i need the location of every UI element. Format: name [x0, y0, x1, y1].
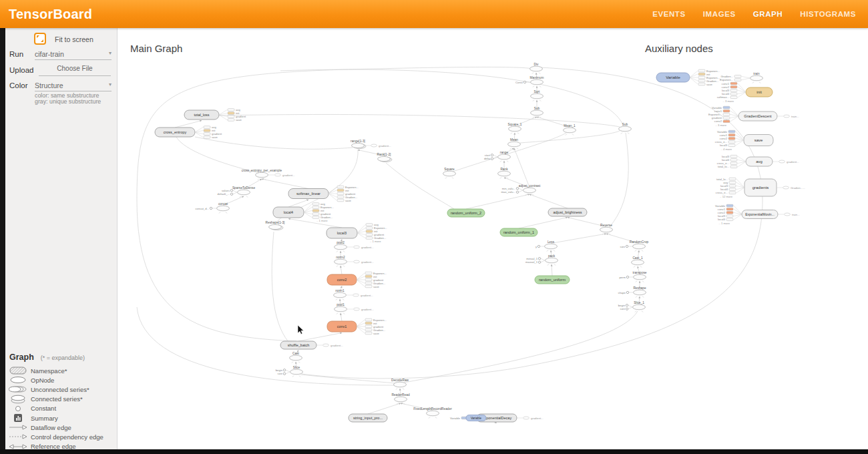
graph-node-Sub[interactable]: Sub [619, 123, 632, 134]
graph-node-gradientsAux[interactable]: gradientstotal_lo...avglocal3local4cross… [716, 178, 805, 198]
choose-file-button[interactable]: Choose File [39, 65, 111, 76]
graph-node-transpose[interactable]: transposeperm [619, 271, 646, 282]
svg-text:save: save [236, 118, 242, 122]
graph-node-random_uniform[interactable]: random_uniform [535, 276, 570, 284]
svg-text:DecodeRaw: DecodeRaw [391, 379, 409, 382]
graph-node-local3[interactable]: local3avgExponen...initgradientGradien..… [327, 223, 387, 243]
legend-item-connected-series: Connected series* [5, 395, 117, 404]
graph-node-DecodeRaw[interactable]: DecodeRaw [391, 379, 409, 390]
graph-edge [137, 307, 395, 385]
graph-node-shuffle_batch[interactable]: shuffle_batchgradient... [280, 341, 343, 349]
graph-node-string_input[interactable]: string_input_pro... [349, 414, 387, 422]
graph-node-Sqrt[interactable]: Sqrt [531, 90, 544, 101]
graph-node-norm2[interactable]: norm2gradient... [335, 256, 374, 267]
graph-edge [288, 200, 308, 207]
graph-node-pool1[interactable]: pool1gradient... [335, 303, 374, 314]
graph-canvas[interactable]: total_lossavginitgradientsavecross_entro… [117, 28, 868, 454]
unconnected-series-icon [5, 385, 31, 393]
svg-text:RandomCrop: RandomCrop [630, 240, 649, 244]
fit-to-screen-icon[interactable] [34, 33, 46, 46]
graph-node-Cast_1[interactable]: Cast_1 [632, 256, 644, 268]
tab-images[interactable]: IMAGES [703, 10, 736, 18]
svg-text:default_...: default_... [218, 192, 230, 196]
graph-node-VariableSmall[interactable]: Variable [466, 415, 486, 421]
graph-node-Reverse[interactable]: Reverse [600, 224, 613, 235]
graph-node-VariableAux[interactable]: VariableExponen...initExponen...Gradien.… [656, 69, 720, 86]
graph-node-pack[interactable]: packminval_1maxval_1 [525, 254, 558, 266]
svg-text:gradient...: gradient... [361, 246, 374, 249]
graph-node-ExpMovinAux[interactable]: ExponentialMovin...Variableconv1conv2loc… [715, 204, 800, 225]
graph-node-avgAux[interactable]: avglocal3local4cross_e...total_lo...grad… [717, 155, 799, 169]
graph-node-softmax_linear[interactable]: softmax_linearExponen...initgradientGrad… [288, 186, 359, 202]
graph-legend: Graph (* = expandable) Namespace* OpNode [5, 353, 117, 451]
graph-node-Sub_1[interactable]: Sub [531, 107, 544, 118]
fit-to-screen-label[interactable]: Fit to screen [55, 35, 93, 43]
color-select[interactable]: Structure ▾ [35, 81, 112, 91]
graph-node-FixedLengthRecordReader[interactable]: FixedLengthRecordReader [413, 407, 452, 419]
run-select[interactable]: cifar-train ▾ [35, 50, 112, 60]
graph-node-RandomCrop[interactable]: RandomCropsize [620, 240, 649, 252]
graph-node-random_uniform_2[interactable]: random_uniform_2 [447, 209, 485, 217]
svg-text:Variable: Variable [450, 417, 461, 420]
graph-node-pool2[interactable]: pool2gradient... [335, 241, 374, 252]
run-select-value: cifar-train [35, 50, 64, 58]
graph-node-reshape13[interactable]: Reshape[1-3] [266, 221, 285, 230]
graph-edge [341, 313, 342, 321]
svg-text:begin: begin [276, 369, 283, 372]
svg-text:transpose: transpose [632, 271, 646, 274]
legend-item-constant: Constant [5, 404, 117, 413]
graph-node-cepe[interactable]: cross_entropy_per_examplegradient... [242, 169, 295, 180]
graph-node-Square[interactable]: Square [443, 168, 456, 179]
graph-node-Slice[interactable]: Slicebeginsize [276, 366, 303, 377]
svg-text:Sub: Sub [622, 123, 628, 126]
graph-node-adjust_contrast[interactable]: adjust_contrastmin_valu...max_valu... [501, 184, 541, 196]
graph-node-conv1[interactable]: conv1Exponen...initgradientGradien...sav… [327, 318, 387, 335]
graph-node-adjust_brightness[interactable]: adjust_brightness [548, 208, 587, 216]
graph-node-range13[interactable]: range[1-3]gradient... [351, 140, 391, 149]
graph-node-GradientDescent[interactable]: GradientDescentVariableconv1Exponen...gr… [708, 106, 799, 127]
connected-series-icon [5, 395, 31, 404]
graph-node-SparseToDense[interactable]: SparseToDensevaluesdefault_... [218, 186, 256, 198]
svg-text:adjust_brightness: adjust_brightness [553, 210, 582, 214]
graph-node-rank12[interactable]: Rank[1-2] [377, 153, 392, 162]
graph-node-local4[interactable]: local4avgExponen...initgradientGradien..… [273, 202, 334, 222]
graph-node-conv2[interactable]: conv2Exponen...initgradientGradien...sav… [327, 272, 387, 288]
opnode-icon [5, 376, 31, 384]
tab-graph[interactable]: GRAPH [753, 10, 783, 18]
svg-text:Rank: Rank [500, 168, 508, 171]
upload-label: Upload [9, 66, 33, 74]
graph-node-norm1[interactable]: norm1gradient... [334, 289, 373, 300]
svg-text:maxval_1: maxval_1 [525, 260, 538, 264]
legend-item-dataflow-edge: Dataflow edge [5, 423, 117, 432]
left-scrollbar[interactable] [0, 28, 5, 454]
graph-node-Mean[interactable]: Mean [508, 138, 521, 150]
graph-node-cross_entropy[interactable]: cross_entropyavginitgradientsave [155, 126, 222, 139]
app-title: TensorBoard [0, 7, 92, 22]
svg-text:ExponentialMovin...: ExponentialMovin... [745, 212, 775, 216]
tab-events[interactable]: EVENTS [652, 10, 686, 18]
svg-text:Mean: Mean [510, 138, 518, 142]
graph-node-Cast[interactable]: Cast [290, 352, 302, 363]
graph-node-Reshape[interactable]: Reshapeshape [618, 286, 646, 298]
graph-node-random_uniform_1[interactable]: random_uniform_1 [500, 228, 537, 236]
graph-node-Div[interactable]: Div [530, 63, 543, 74]
graph-node-initAux[interactable]: initconv1conv2local3local4softmax..... 3… [717, 82, 773, 103]
tab-histograms[interactable]: HISTOGRAMS [800, 10, 856, 18]
graph-node-range[interactable]: rangestartdelta [484, 151, 511, 162]
graph-edge [466, 194, 529, 209]
graph-node-concat[interactable]: concatconcat_d... [196, 202, 230, 214]
svg-text:max_valu...: max_valu... [501, 190, 515, 194]
graph-node-saveAux[interactable]: saveVariableconv1conv2cross_e...local3..… [715, 130, 773, 151]
graph-node-ReaderRead[interactable]: ReaderRead [391, 393, 410, 405]
graph-node-Slice_1[interactable]: Slice_1beginsize [618, 301, 646, 312]
graph-node-Square_1[interactable]: Square_1 [508, 123, 522, 134]
graph-node-Less[interactable]: Lessy [535, 240, 558, 252]
tensorboard-app: TensorBoard EVENTS IMAGES GRAPH HISTOGRA… [0, 0, 868, 454]
graph-edge [341, 266, 342, 274]
graph-node-ExponentialDecay[interactable]: ExponentialDecayVariablegradient... [450, 414, 544, 422]
graph-node-Maximum[interactable]: MaximumConst [515, 76, 544, 87]
graph-node-total_loss[interactable]: total_lossavginitgradientsave [184, 108, 246, 122]
graph-node-Rank[interactable]: Rank [498, 168, 511, 179]
svg-text:Less: Less [548, 240, 555, 244]
svg-text:pool1: pool1 [337, 303, 345, 306]
